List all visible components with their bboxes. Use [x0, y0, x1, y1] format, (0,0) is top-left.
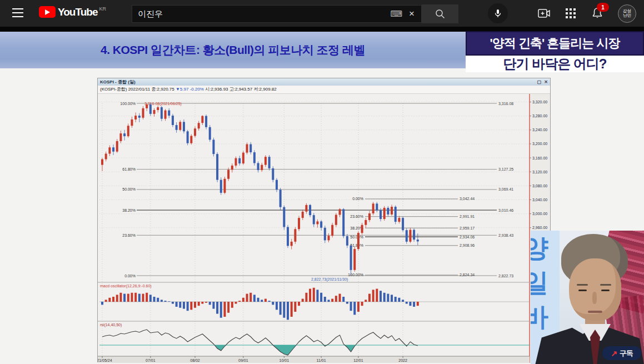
candle [279, 190, 282, 207]
macd-bar [316, 290, 318, 302]
macd-bar [353, 302, 356, 315]
news-topic-banner: '양적 긴축' 흔들리는 시장 단기 바닥은 어디? [466, 31, 644, 72]
macd-bar [149, 295, 152, 302]
macd-bar [257, 298, 259, 302]
fib-value-label: 3,042.44 [460, 197, 475, 201]
macd-bar [357, 302, 360, 312]
avatar[interactable]: 감성 난민 [618, 4, 636, 23]
search-button[interactable] [422, 4, 458, 23]
macd-bar [380, 291, 382, 302]
macd-bar [339, 294, 341, 302]
candle [316, 221, 318, 224]
candle [227, 169, 229, 178]
candle [131, 119, 133, 126]
fib-pct-label: 50.00% [122, 187, 136, 191]
candle [395, 207, 397, 222]
candle [406, 230, 408, 242]
macd-bar [402, 300, 404, 302]
macd-bar [105, 300, 107, 302]
macd-bar [198, 302, 200, 306]
quote-ohlc: 시:2,936.93 고:2,943.57 저:2,909.82 [204, 87, 277, 92]
x-axis-label: 12/01 [353, 358, 363, 362]
macd-bar [201, 302, 203, 304]
y-axis-label: 3,240.00 [532, 128, 547, 132]
create-button[interactable] [537, 7, 551, 20]
close-icon: ✕ [544, 79, 548, 84]
macd-bar [138, 294, 141, 302]
presenter-face [569, 258, 621, 321]
candle [305, 205, 307, 212]
candle [164, 111, 167, 119]
clear-search-icon[interactable]: × [409, 8, 415, 19]
subscribe-arrow-icon: ↗ [611, 349, 617, 358]
macd-bar [249, 293, 252, 302]
macd-bar [142, 294, 144, 302]
notifications-button[interactable]: 1 [591, 7, 604, 20]
macd-bar [212, 302, 214, 309]
macd-bar [335, 296, 337, 302]
search-input[interactable] [132, 9, 386, 19]
macd-bar [350, 302, 352, 311]
macd-bar [313, 288, 315, 302]
search-icon [435, 8, 446, 19]
macd-bar [119, 293, 122, 302]
macd-bar [231, 302, 233, 308]
macd-bar [398, 298, 400, 302]
macd-bar [179, 302, 181, 308]
rsi-label: rsi(14,40,50) [100, 323, 122, 327]
macd-bar [387, 294, 389, 302]
youtube-app: YouTube KR ⌨ × [0, 0, 644, 364]
kospi-candlestick-chart: 3,320.003,280.003,240.003,200.003,160.00… [98, 94, 550, 363]
candle [246, 144, 248, 153]
candle [205, 116, 207, 127]
fib-value-label: 2,991.91 [460, 215, 475, 218]
candle [346, 236, 348, 246]
macd-bar [268, 301, 271, 302]
macd-bar [279, 302, 282, 315]
candle [127, 126, 129, 136]
youtube-logo-text: YouTube [58, 6, 97, 18]
candle [257, 163, 259, 170]
y-axis-label: 3,120.00 [532, 170, 547, 174]
candle [194, 128, 196, 136]
macd-bar [417, 302, 419, 306]
candle [380, 210, 382, 219]
candle [368, 213, 371, 220]
macd-bar [157, 298, 159, 302]
keyboard-icon[interactable]: ⌨ [390, 9, 402, 19]
macd-bar [324, 297, 326, 302]
candle [372, 203, 375, 213]
candle [105, 154, 107, 159]
candle [172, 116, 174, 125]
candle [112, 147, 114, 152]
candle [212, 139, 214, 154]
macd-bar [101, 302, 103, 305]
candle [161, 107, 163, 119]
macd-bar [164, 301, 167, 302]
macd-bar [298, 302, 300, 306]
macd-bar [346, 302, 348, 304]
y-axis-label: 3,000.00 [532, 212, 547, 216]
banner-letter: 바 [531, 300, 560, 334]
subscribe-badge[interactable]: ↗ 구독 [602, 346, 641, 360]
candle [253, 152, 256, 163]
candle [409, 230, 411, 242]
youtube-logo[interactable]: YouTube KR [39, 6, 106, 18]
candle [123, 133, 126, 136]
apps-button[interactable] [565, 7, 577, 19]
macd-bar [216, 302, 218, 314]
menu-icon[interactable] [12, 8, 23, 17]
fib-pct-label: 23.60% [350, 215, 363, 218]
voice-search-button[interactable] [488, 3, 508, 23]
fib-pct-label: 61.80% [122, 167, 136, 171]
candle [168, 111, 170, 116]
macd-bar [253, 295, 256, 302]
candle [339, 209, 341, 215]
video-player-surface[interactable]: 4. KOSPI 일간차트: 황소(Bull)의 피보나치 조정 레벨 '양적 … [0, 27, 644, 364]
chart-quote-bar: (KOSPI-종합) 2022/01/11 종:2,920.75 ▼5.97 -… [98, 86, 550, 94]
macd-bar [283, 302, 285, 318]
candle [242, 153, 244, 163]
macd-bar [342, 297, 345, 302]
candle [391, 207, 393, 215]
macd-bar [146, 293, 148, 302]
